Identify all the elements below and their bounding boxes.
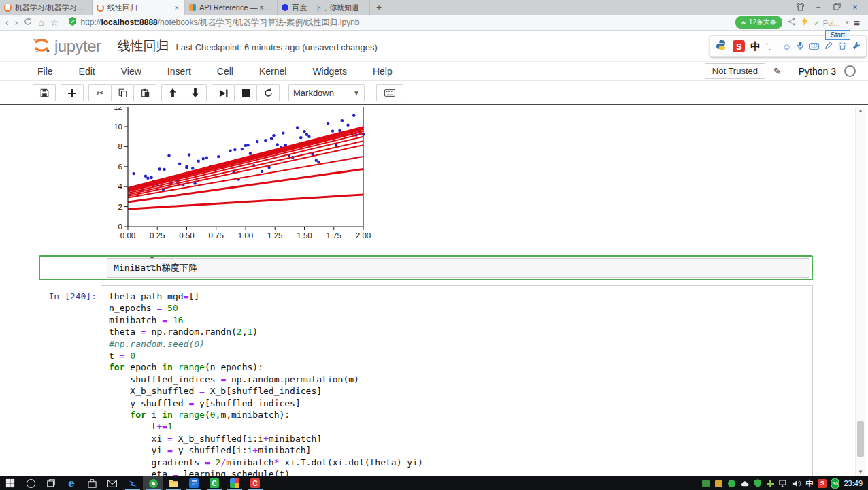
tray-badge-icon[interactable]: 36 (831, 479, 839, 488)
taskbar-app-app-green-c-icon[interactable]: C (204, 476, 224, 490)
scrollbar-thumb[interactable] (857, 421, 864, 457)
taskbar-app-edge-icon[interactable]: e (61, 476, 82, 490)
ime-mic-icon[interactable] (797, 40, 804, 52)
kernel-name[interactable]: Python 3 (799, 66, 836, 77)
copy-cell-button[interactable] (111, 84, 134, 101)
code-cell[interactable]: In [240]: theta_path_mgd=[]n_epochs = 50… (39, 285, 813, 476)
network-icon[interactable] (779, 479, 788, 488)
move-cell-down-button[interactable] (184, 84, 207, 101)
skin-icon[interactable] (794, 3, 806, 13)
cell-type-select[interactable]: Markdown ▼ (288, 84, 365, 101)
ime-handwriting-icon[interactable] (824, 40, 833, 52)
ime-skin-icon[interactable] (838, 40, 847, 52)
edit-mode-pencil-icon: ✎ (773, 66, 782, 77)
address-bar-actions: 12条大事 ✓ Poi... ▾ ≡ (735, 16, 863, 29)
scroll-down-arrow-icon[interactable]: ▼ (856, 468, 865, 476)
browser-tab[interactable]: 百度一下，你就知道 (278, 0, 370, 15)
code-line: gradients = 2/minibatch* xi.T.dot(xi.dot… (109, 457, 812, 468)
site-safety-shield-icon[interactable] (69, 16, 76, 29)
menu-widgets[interactable]: Widgets (312, 66, 361, 77)
tray-cross-green-icon[interactable] (766, 479, 775, 488)
menu-file[interactable]: File (37, 66, 67, 77)
markdown-cell-editor[interactable]: MiniBatch梯度下降 (107, 258, 809, 278)
cut-cell-button[interactable]: ✂ (88, 84, 112, 101)
menu-view[interactable]: View (121, 66, 155, 77)
back-icon[interactable]: ‹ (5, 18, 9, 27)
jupyter-logo-text[interactable]: jupyter (54, 37, 101, 56)
sogou-logo-icon[interactable]: S (733, 40, 745, 52)
extension-promo-badge[interactable]: 12条大事 (735, 16, 782, 29)
paste-cell-button[interactable] (133, 84, 156, 101)
browser-menu-icon[interactable]: ≡ (854, 17, 860, 29)
scroll-up-arrow-icon[interactable]: ▲ (856, 107, 865, 115)
taskbar-app-app-media-icon[interactable] (224, 476, 245, 490)
minimize-button[interactable]: − (812, 3, 824, 12)
menu-insert[interactable]: Insert (167, 66, 205, 77)
close-window-button[interactable]: × (849, 3, 861, 12)
ime-lang-icon[interactable]: 中 (805, 479, 814, 488)
browser-tab[interactable]: 线性回归× (93, 0, 185, 15)
maximize-restore-button[interactable] (831, 3, 843, 12)
menu-edit[interactable]: Edit (79, 66, 109, 77)
sogou-icon[interactable]: S (818, 479, 827, 488)
screen: 机器学习/机器学习算法-案例/线性回归×API Reference — scik… (0, 0, 868, 490)
taskbar-app-thunder-icon[interactable] (122, 476, 143, 490)
notebook-title[interactable]: 线性回归 (118, 37, 169, 55)
interrupt-kernel-button[interactable] (234, 84, 257, 101)
ime-keyboard-icon[interactable] (809, 40, 819, 52)
move-cell-up-button[interactable] (161, 84, 184, 101)
taskbar-app-app-red-c-icon[interactable]: C (245, 476, 265, 490)
command-palette-button[interactable] (376, 84, 403, 101)
url-field[interactable]: http://localhost:8888/notebooks/机器学习/机器学… (65, 17, 729, 29)
taskbar-app-store-icon[interactable] (82, 476, 102, 490)
save-button[interactable] (33, 84, 56, 101)
browser-tab[interactable]: 机器学习/机器学习算法-案例/ (0, 0, 93, 15)
tab-title: 百度一下，你就知道 (292, 3, 365, 13)
menu-kernel[interactable]: Kernel (259, 66, 300, 77)
menu-help[interactable]: Help (373, 66, 406, 77)
taskbar-app-mail-icon[interactable] (102, 476, 122, 490)
jupyter-logo-icon[interactable] (31, 35, 52, 57)
taskbar-app-search-icon[interactable] (20, 476, 41, 490)
ime-emoji-icon[interactable]: ☺ (782, 42, 791, 52)
jupyter-favicon-icon (4, 4, 12, 12)
taskbar-app-task-view-icon[interactable] (41, 476, 61, 490)
vertical-scrollbar[interactable]: ▲ ▼ (855, 107, 865, 476)
tray-cloud-icon[interactable] (740, 479, 749, 488)
taskbar-app-start-icon[interactable] (0, 476, 20, 490)
checker-status[interactable]: ✓ Poi... (814, 16, 840, 29)
taskbar-app-app-blue-icon[interactable] (184, 476, 204, 490)
markdown-text: 降 (188, 262, 197, 274)
close-tab-icon[interactable]: × (173, 3, 180, 12)
code-cell-editor[interactable]: theta_path_mgd=[]n_epochs = 50minibatch … (101, 285, 813, 476)
code-line: eta = learning_schedule(t) (109, 468, 812, 476)
ime-lang-mode[interactable]: 中 (750, 40, 761, 53)
tray-gold-icon[interactable] (714, 479, 723, 488)
url-text: http://localhost:8888/notebooks/机器学习/机器学… (80, 17, 359, 29)
clock[interactable]: 23:49 (844, 476, 868, 490)
tray-sq-green-icon[interactable] (701, 479, 710, 488)
menu-cell[interactable]: Cell (217, 66, 247, 77)
not-trusted-button[interactable]: Not Trusted (705, 63, 765, 79)
tray-shield-icon[interactable] (753, 479, 762, 488)
ime-wrench-icon[interactable] (852, 40, 861, 52)
tray-circle-green-icon[interactable] (727, 479, 736, 488)
notebook-toolbar: ✂ Markdown ▼ (0, 82, 868, 105)
restart-kernel-button[interactable] (256, 84, 280, 101)
chevron-down-icon[interactable]: ▾ (846, 19, 849, 26)
ime-punctuation-mode[interactable]: '、 (766, 40, 776, 52)
favorite-star-icon[interactable]: ☆ (50, 18, 59, 27)
taskbar-app-file-explorer-icon[interactable] (163, 476, 184, 490)
add-cell-button[interactable] (61, 84, 84, 101)
new-tab-button[interactable]: + (370, 0, 388, 15)
forward-icon[interactable]: › (15, 18, 18, 27)
volume-icon[interactable] (792, 479, 801, 488)
refresh-icon[interactable] (24, 18, 32, 27)
run-cell-button[interactable] (212, 84, 235, 101)
sklearn-favicon-icon (189, 4, 196, 11)
share-icon[interactable] (788, 16, 796, 29)
browser-tab[interactable]: API Reference — scikit-learn (185, 0, 278, 15)
lightning-icon[interactable] (801, 16, 808, 29)
home-icon[interactable]: ⌂ (38, 18, 44, 27)
taskbar-app-browser-360-icon[interactable] (143, 476, 163, 490)
